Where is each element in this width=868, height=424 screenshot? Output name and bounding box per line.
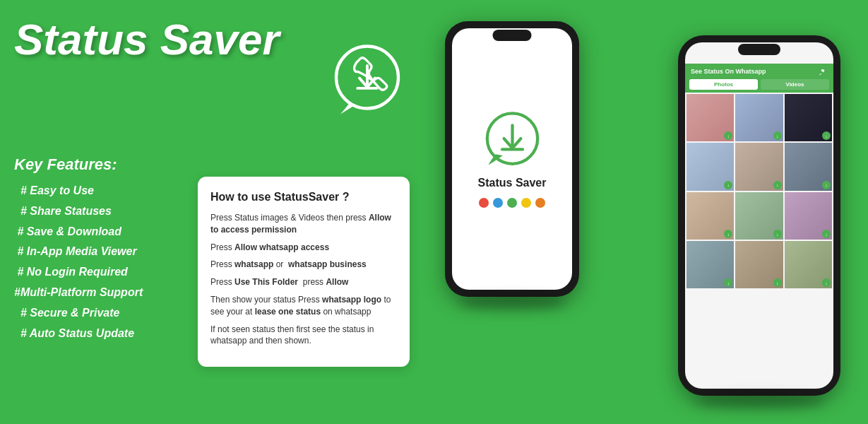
- how-to-use-step-4: Press Use This Folder press Allow: [210, 276, 397, 288]
- photo-cell-10: ↓: [686, 241, 734, 288]
- phone2-tabs: Photos Videos: [685, 79, 833, 93]
- download-btn-3[interactable]: ↓: [822, 131, 831, 140]
- how-to-use-step-3: Press whatsapp or whatsapp business: [210, 259, 397, 271]
- download-btn-5[interactable]: ↓: [773, 181, 782, 189]
- phone1-app-title: Status Saver: [478, 177, 547, 189]
- download-btn-11[interactable]: ↓: [773, 278, 782, 287]
- whatsapp-logo-icon: [328, 42, 406, 120]
- feature-save-download: # Save & Download: [14, 222, 143, 242]
- phone-mockup-1: Status Saver: [445, 21, 579, 297]
- photo-cell-8: ↓: [735, 192, 783, 240]
- dot-red: [479, 198, 489, 208]
- photo-cell-4: ↓: [686, 143, 734, 190]
- photo-cell-7: ↓: [686, 192, 734, 240]
- how-to-use-title: How to use StatusSaver ?: [210, 191, 397, 204]
- feature-in-app-media: # In-App Media Viewer: [14, 242, 143, 262]
- feature-no-login: # No Login Required: [14, 262, 143, 283]
- photo-cell-11: ↓: [735, 241, 783, 288]
- how-to-use-step-6: If not seen status then first see the st…: [210, 324, 397, 348]
- feature-auto-update: # Auto Status Update: [14, 324, 143, 344]
- download-btn-2[interactable]: ↓: [773, 131, 782, 140]
- feature-share-statuses: # Share Statuses: [14, 201, 143, 222]
- download-btn-9[interactable]: ↓: [822, 230, 831, 238]
- phone2-photo-grid: ↓ ↓ ↓ ↓ ↓ ↓ ↓ ↓ ↓ ↓ ↓ ↓: [685, 93, 833, 290]
- feature-secure-private: # Secure & Private: [14, 303, 143, 324]
- phone2-header-title: See Status On Whatsapp: [691, 68, 766, 75]
- phone2-tab-videos[interactable]: Videos: [761, 79, 829, 90]
- dot-yellow: [521, 198, 531, 208]
- phone-screen-2: See Status On Whatsapp Photos Videos ↓ ↓…: [685, 42, 833, 389]
- download-btn-4[interactable]: ↓: [724, 181, 732, 189]
- dot-blue: [493, 198, 503, 208]
- app-icon-svg: [482, 111, 542, 171]
- how-to-use-step-2: Press Allow whatsapp access: [210, 242, 397, 254]
- phone-notch-2: [738, 44, 780, 55]
- photo-cell-1: ↓: [686, 94, 734, 141]
- photo-cell-9: ↓: [785, 192, 832, 240]
- key-features-section: Key Features: # Easy to Use # Share Stat…: [14, 155, 143, 343]
- download-btn-7[interactable]: ↓: [724, 230, 732, 238]
- dot-green: [507, 198, 517, 208]
- how-to-use-step-5: Then show your status Press whatsapp log…: [210, 294, 397, 318]
- photo-cell-12: ↓: [785, 241, 832, 288]
- dot-orange: [535, 198, 545, 208]
- download-btn-10[interactable]: ↓: [724, 278, 732, 287]
- phone2-app-header: See Status On Whatsapp: [685, 64, 833, 79]
- photo-cell-2: ↓: [735, 94, 783, 141]
- whatsapp-icon-container: [297, 7, 438, 155]
- phone-mockup-2: See Status On Whatsapp Photos Videos ↓ ↓…: [678, 35, 840, 396]
- phone-notch-1: [493, 30, 532, 41]
- phone2-tab-photos[interactable]: Photos: [689, 79, 758, 90]
- download-btn-12[interactable]: ↓: [822, 278, 831, 287]
- key-features-title: Key Features:: [14, 155, 143, 174]
- photo-cell-5: ↓: [735, 143, 783, 190]
- download-btn-6[interactable]: ↓: [822, 181, 831, 189]
- photo-cell-6: ↓: [785, 143, 832, 190]
- download-btn-1[interactable]: ↓: [724, 131, 732, 140]
- how-to-use-step-1: Press Status images & Videos then press …: [210, 212, 397, 236]
- feature-multi-platform: #Multi-Platform Support: [14, 283, 143, 303]
- phone1-dots: [479, 198, 545, 208]
- phone-screen-1: Status Saver: [452, 28, 572, 290]
- app-title: Status Saver: [14, 14, 280, 64]
- photo-cell-3: ↓: [785, 94, 832, 141]
- phone2-whatsapp-icon: [818, 66, 828, 76]
- download-btn-8[interactable]: ↓: [773, 230, 782, 238]
- how-to-use-card: How to use StatusSaver ? Press Status im…: [198, 177, 410, 367]
- feature-easy-to-use: # Easy to Use: [14, 181, 143, 201]
